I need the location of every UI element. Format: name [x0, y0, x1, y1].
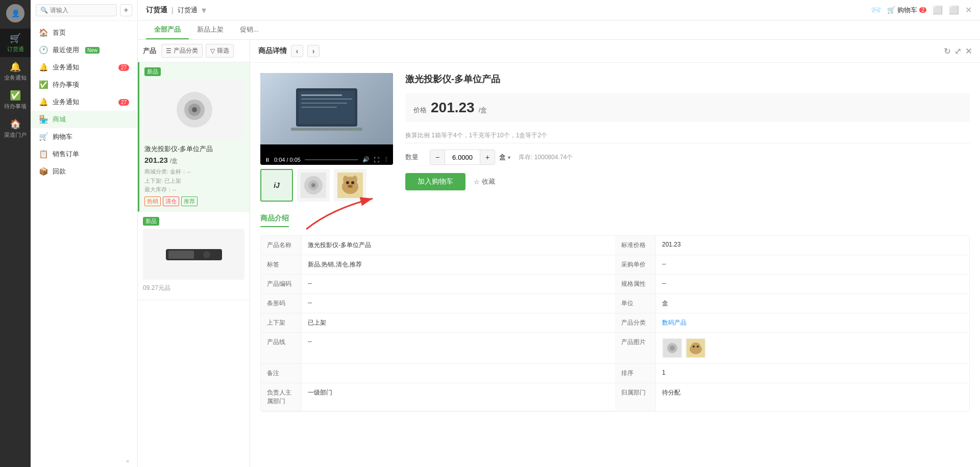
product-tags-1: 热销 清仓 推荐 [144, 196, 244, 206]
todo2-icon: ✅ [39, 80, 48, 89]
tab-all-products[interactable]: 全部产品 [146, 21, 189, 39]
small-img-svg-1 [663, 339, 681, 357]
sidebar-item-todo[interactable]: ✅ 待办事项 [0, 86, 31, 114]
info-value-name: 激光投影仪-多单位产品 [302, 236, 615, 255]
info-row-sort: 排序 1 [615, 364, 969, 383]
info-value-spec: -- [656, 275, 969, 293]
tab-new-products[interactable]: 新品上架 [189, 21, 232, 39]
exchange-ratio: 换算比例 1箱等于4个，1千克等于10个，1盒等于2个 [405, 128, 970, 143]
sidebar-label-todo2: 待办事项 [53, 80, 79, 89]
nav-menu: 🏠 首页 🕐 最近使用 New 🔔 业务通知 27 ✅ 待办事项 🔔 业务通知 … [31, 21, 137, 183]
sidebar-item-recent[interactable]: 🕐 最近使用 New [31, 41, 137, 59]
next-btn[interactable]: › [307, 45, 320, 57]
filter-btn[interactable]: ▽ 筛选 [206, 44, 234, 58]
sidebar-item-order[interactable]: 🛒 订货通 [0, 29, 31, 57]
video-controls[interactable]: ⏸ 0:04 / 0:05 🔊 ⛶ ⋮ [260, 154, 393, 165]
info-label-std-price: 标准价格 [615, 236, 656, 255]
svg-point-34 [697, 346, 699, 348]
unit-label: 盒 [499, 153, 506, 162]
thumb-2[interactable] [297, 169, 330, 202]
svg-point-32 [691, 342, 700, 350]
nav-header: 🔍 + [31, 0, 137, 21]
thumb-3[interactable] [334, 169, 366, 202]
sidebar-label-cart: 购物车 [53, 132, 72, 141]
product-card-2[interactable]: 新品 09.27元品 [138, 212, 250, 300]
info-value-belong-dept: 待分配 [656, 383, 969, 411]
price-value: 201.23 [431, 100, 475, 116]
product-images-small [662, 338, 963, 358]
product-title: 激光投影仪-多单位产品 [405, 73, 970, 85]
video-progress[interactable] [305, 159, 358, 160]
sidebar-item-todo[interactable]: ✅ 待办事项 [31, 76, 137, 93]
info-row-std-price: 标准价格 201.23 [615, 236, 969, 255]
search-input[interactable] [50, 7, 112, 14]
maximize-icon[interactable]: ⬜ [949, 5, 959, 15]
sidebar-item-notify[interactable]: 🔔 业务通知 [0, 57, 31, 86]
sidebar-item-sales[interactable]: 📋 销售订单 [31, 145, 137, 163]
message-icon[interactable]: 📨 [871, 5, 881, 15]
sidebar-item-home[interactable]: 🏠 首页 [31, 24, 137, 41]
sidebar-item-mall[interactable]: 🏪 商城 [31, 111, 137, 128]
notify-badge: 27 [118, 64, 129, 71]
sidebar-item-notify3[interactable]: 🔔 业务通知 27 [31, 93, 137, 111]
info-value-product-line: -- [302, 333, 615, 363]
close-detail-icon[interactable]: ✕ [965, 46, 972, 56]
increase-qty-btn[interactable]: + [480, 150, 495, 164]
detail-panel: 商品详情 ‹ › ↻ ⤢ ✕ [250, 40, 980, 467]
product-name-1: 激光投影仪-多单位产品 [144, 144, 244, 154]
svg-point-24 [351, 181, 354, 184]
cart-button[interactable]: 🛒 购物车 2 [887, 6, 926, 15]
app-title-sep: | [172, 6, 174, 14]
collect-button[interactable]: ☆ 收藏 [474, 177, 495, 186]
product-maxstock-1: 最大库存：-- [144, 185, 244, 194]
notify3-badge: 27 [118, 99, 129, 106]
video-player[interactable]: ⏸ 0:04 / 0:05 🔊 ⛶ ⋮ [260, 73, 393, 165]
portal-icon: 🏠 [10, 118, 21, 130]
more-icon[interactable]: ⋮ [383, 156, 389, 163]
add-to-cart-button[interactable]: 加入购物车 [405, 173, 465, 190]
thumb-1[interactable]: iJ [260, 169, 293, 202]
info-tab[interactable]: 商品介绍 [260, 214, 289, 227]
prev-btn[interactable]: ‹ [291, 45, 303, 57]
expand-icon[interactable]: ⤢ [954, 46, 961, 56]
returns-icon: 📦 [39, 167, 48, 176]
info-row-spec: 规格属性 -- [615, 275, 969, 294]
refresh-icon[interactable]: ↻ [944, 46, 950, 56]
info-label-tags: 标签 [261, 255, 302, 274]
quantity-control: − + [430, 150, 495, 165]
sidebar-item-cart[interactable]: 🛒 购物车 [31, 128, 137, 145]
nav-collapse-btn[interactable]: « [31, 455, 137, 467]
sidebar-label-notify2: 业务通知 [53, 63, 79, 72]
video-time: 0:04 / 0:05 [274, 157, 301, 163]
fullscreen-icon[interactable]: ⛶ [374, 157, 379, 163]
unit-selector[interactable]: 盒 ▾ [499, 153, 510, 162]
close-icon[interactable]: ✕ [965, 5, 972, 15]
volume-icon[interactable]: 🔊 [362, 156, 370, 163]
svg-point-29 [670, 346, 675, 351]
add-button[interactable]: + [120, 4, 132, 16]
category-label: 产品分类 [174, 46, 198, 55]
small-img-1 [662, 338, 682, 358]
window-icon[interactable]: ⬜ [933, 5, 943, 15]
sidebar-item-notify[interactable]: 🔔 业务通知 27 [31, 59, 137, 76]
product-name-2: 09.27元品 [143, 284, 244, 292]
sidebar-item-returns[interactable]: 📦 回款 [31, 163, 137, 180]
play-pause-icon[interactable]: ⏸ [264, 157, 270, 163]
filter-label: 筛选 [217, 46, 229, 55]
info-row-category: 产品分类 数码产品 [615, 313, 969, 333]
info-row-notes: 备注 [261, 364, 615, 383]
nav-search-box[interactable]: 🔍 [36, 4, 117, 16]
dropdown-arrow[interactable]: ▾ [202, 5, 206, 16]
sidebar-label-portal: 渠道门户 [4, 131, 27, 139]
category-filter-btn[interactable]: ☰ 产品分类 [161, 44, 203, 58]
product-card-1[interactable]: 新品 激光投影仪-多单位产品 201.23 /盒 商城分类: 金 [138, 62, 250, 212]
decrease-qty-btn[interactable]: − [430, 150, 445, 164]
sidebar-item-portal[interactable]: 🏠 渠道门户 [0, 114, 31, 143]
sidebar-label-home: 首页 [53, 28, 66, 37]
quantity-input[interactable] [445, 150, 480, 164]
price-row: 价格 201.23 /盒 [405, 93, 970, 122]
info-row-purchase-price: 采购单价 -- [615, 255, 969, 275]
tab-promo[interactable]: 促销... [232, 21, 267, 39]
sidebar-label-order: 订货通 [7, 45, 24, 53]
small-img-2 [685, 338, 706, 358]
